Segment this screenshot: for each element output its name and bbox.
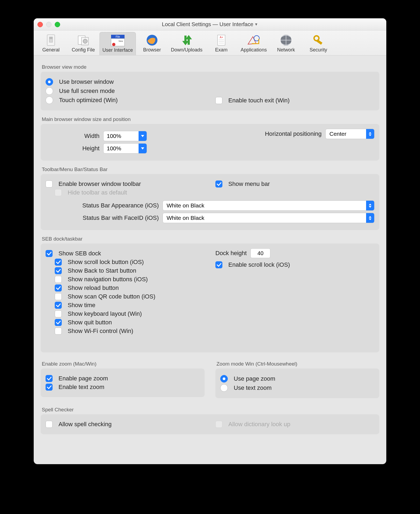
updown-icon	[366, 201, 374, 210]
group-browser-view-mode: Use browser window Use full screen mode …	[41, 72, 379, 110]
label-hide-toolbar-default: Hide toolbar as default	[68, 189, 127, 196]
radio-touch-optimized[interactable]	[46, 96, 53, 104]
label-show-menu-bar: Show menu bar	[228, 180, 270, 187]
cb-allow-dictionary-lookup	[215, 421, 222, 428]
label-enable-page-zoom: Enable page zoom	[58, 375, 108, 382]
cb-back-to-start[interactable]	[55, 267, 62, 274]
tab-user-interface-label: User Interface	[102, 47, 133, 53]
popup-horizontal-positioning[interactable]: Center	[325, 129, 374, 139]
tab-applications-label: Applications	[240, 47, 267, 53]
label-enable-touch-exit: Enable touch exit (Win)	[228, 97, 290, 104]
label-show-seb-dock: Show SEB dock	[58, 250, 101, 257]
window-title[interactable]: Local Client Settings — User Interface ▼	[37, 21, 383, 27]
radio-use-browser-window[interactable]	[46, 78, 53, 86]
section-main-window: Main browser window size and position	[42, 116, 379, 122]
section-toolbar: Toolbar/Menu Bar/Status Bar	[42, 166, 379, 172]
label-nav-buttons: Show navigation buttons (iOS)	[68, 276, 148, 283]
tab-network-label: Network	[273, 47, 299, 53]
cb-quit-button[interactable]	[55, 319, 62, 326]
down-uploads-icon	[180, 34, 194, 47]
cb-enable-text-zoom[interactable]	[46, 384, 53, 391]
tab-user-interface[interactable]: FileNew User Interface	[99, 32, 136, 55]
window-title-text: Local Client Settings — User Interface	[162, 21, 253, 27]
tab-down-uploads[interactable]: Down/Uploads	[168, 32, 205, 55]
group-dock: Show SEB dock Show scroll lock button (i…	[41, 244, 379, 352]
radio-use-page-zoom[interactable]	[220, 375, 228, 383]
combo-height[interactable]: 100%	[103, 143, 147, 154]
field-dock-height[interactable]: 40	[250, 248, 270, 258]
cb-scroll-lock-button[interactable]	[55, 259, 62, 266]
chevron-down-icon	[139, 131, 147, 141]
cb-enable-page-zoom[interactable]	[46, 375, 53, 382]
svg-point-9	[112, 43, 115, 46]
label-allow-dictionary-lookup: Allow dictionary look up	[228, 421, 290, 428]
cb-keyboard-layout[interactable]	[55, 310, 62, 317]
tab-applications[interactable]: Applications	[237, 32, 270, 55]
tab-down-uploads-label: Down/Uploads	[171, 47, 202, 53]
content-area: Browser view mode Use browser window Use…	[34, 55, 386, 464]
cb-show-menu-bar[interactable]	[215, 180, 222, 187]
config-file-icon	[76, 34, 91, 47]
svg-text:New: New	[119, 40, 123, 42]
tab-browser-label: Browser	[139, 47, 166, 53]
label-use-full-screen: Use full screen mode	[59, 88, 115, 95]
zoom-icon[interactable]	[55, 22, 60, 27]
tab-general[interactable]: General	[35, 32, 67, 55]
popup-hpos-value: Center	[326, 131, 366, 137]
cb-reload-button[interactable]	[55, 284, 62, 291]
titlebar: Local Client Settings — User Interface ▼	[34, 18, 386, 30]
popup-status-bar-faceid[interactable]: White on Black	[163, 213, 374, 223]
tab-browser[interactable]: Browser	[136, 32, 168, 55]
label-width: Width	[46, 133, 99, 140]
radio-use-full-screen[interactable]	[46, 87, 53, 95]
label-use-page-zoom: Use page zoom	[234, 375, 275, 382]
label-back-to-start: Show Back to Start button	[68, 267, 136, 274]
browser-icon	[145, 34, 159, 47]
cb-scan-qr[interactable]	[55, 293, 62, 300]
popup-status-bar-ios-value: White on Black	[163, 202, 366, 209]
tab-general-label: General	[37, 47, 64, 53]
combo-width[interactable]: 100%	[103, 131, 147, 141]
cb-show-seb-dock[interactable]	[46, 250, 53, 257]
cb-enable-browser-toolbar[interactable]	[46, 180, 53, 187]
popup-status-bar-ios[interactable]: White on Black	[163, 200, 374, 211]
tab-network[interactable]: Network	[270, 32, 302, 55]
cb-enable-touch-exit[interactable]	[215, 97, 222, 104]
popup-status-bar-faceid-value: White on Black	[163, 215, 366, 221]
label-wifi-control: Show Wi-Fi control (Win)	[68, 328, 133, 335]
network-icon	[279, 34, 293, 47]
label-use-text-zoom: Use text zoom	[234, 384, 272, 391]
cb-enable-scroll-lock[interactable]	[215, 261, 222, 268]
section-spell-checker: Spell Checker	[42, 407, 379, 413]
tab-config-file[interactable]: Config File	[67, 32, 99, 55]
label-reload-button: Show reload button	[68, 284, 119, 291]
combo-height-value: 100%	[104, 145, 139, 152]
cb-show-time[interactable]	[55, 302, 62, 309]
cb-allow-spell-checking[interactable]	[46, 421, 53, 428]
label-allow-spell-checking: Allow spell checking	[58, 421, 112, 428]
svg-text:File: File	[115, 35, 120, 38]
cb-nav-buttons[interactable]	[55, 276, 62, 283]
radio-use-text-zoom[interactable]	[220, 384, 228, 392]
section-zoom-mode: Zoom mode Win (Ctrl-Mousewheel)	[216, 361, 379, 367]
tab-exam[interactable]: A+ Exam	[205, 32, 237, 55]
cb-hide-toolbar-default	[55, 189, 62, 196]
label-use-browser-window: Use browser window	[59, 78, 114, 85]
group-main-window: Width 100% Height 100%	[41, 124, 379, 161]
close-icon[interactable]	[37, 22, 43, 27]
label-show-time: Show time	[68, 302, 95, 309]
svg-point-5	[83, 39, 87, 43]
chevron-down-icon: ▼	[254, 22, 258, 26]
svg-rect-21	[316, 39, 322, 45]
label-keyboard-layout: Show keyboard layout (Win)	[68, 310, 142, 317]
label-status-bar-faceid: Status Bar with FaceID (iOS)	[46, 214, 159, 221]
label-height: Height	[46, 145, 99, 152]
updown-icon	[366, 129, 374, 139]
tab-security[interactable]: Security	[302, 32, 335, 55]
general-icon	[44, 34, 58, 47]
security-icon	[311, 34, 326, 47]
section-browser-view-mode: Browser view mode	[42, 64, 379, 70]
chevron-down-icon	[139, 144, 147, 153]
cb-wifi-control[interactable]	[55, 328, 62, 335]
toolbar: General Config File FileNew User Interfa…	[34, 30, 386, 55]
